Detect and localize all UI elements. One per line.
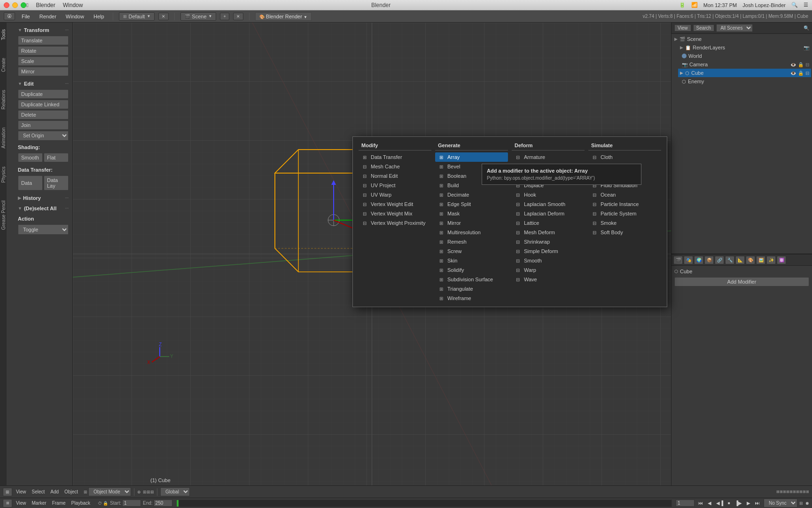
outliner-item-world[interactable]: World [678,52,811,60]
mod-triangulate[interactable]: ⊞Triangulate [435,284,508,294]
mod-cloth[interactable]: ⊟Cloth [588,152,661,162]
add-modifier-btn[interactable]: Add Modifier [674,277,809,286]
timeline-marker-btn[interactable]: Marker [30,500,48,507]
mod-smoke[interactable]: ⊟Smoke [588,218,661,228]
mod-edge-split[interactable]: ⊞Edge Split [435,199,508,209]
mod-vertex-weight-proximity[interactable]: ⊟Vertex Weight Proximity [359,218,431,228]
timeline-frame-btn[interactable]: Frame [50,500,68,507]
mod-multiresolution[interactable]: ⊞Multiresolution [435,228,508,237]
mod-mirror[interactable]: ⊞Mirror [435,218,508,228]
search-icon[interactable]: 🔍 [791,2,798,8]
physics-prop-btn[interactable]: ⚛️ [777,256,786,264]
particles-prop-btn[interactable]: ✨ [766,256,776,264]
material-prop-btn[interactable]: 🎨 [746,256,755,264]
action-toggle-dropdown[interactable]: Toggle [18,224,69,235]
apple-menu[interactable]:  [26,2,28,8]
mod-laplacian-smooth[interactable]: ⊟Laplacian Smooth [512,199,585,209]
flat-btn[interactable]: Flat [44,153,69,162]
delete-btn[interactable]: Delete [18,110,69,119]
screen-fullscreen-btn[interactable]: ✕ [158,13,169,20]
select-menu-btn[interactable]: Select [30,488,47,495]
mod-armature[interactable]: ⊟Armature [512,152,585,162]
mode-dropdown[interactable]: Object Mode [88,487,131,496]
outliner-item-renderlayers[interactable]: ▶ 📋 RenderLayers 📷 [678,43,811,52]
start-input[interactable] [122,500,141,507]
next-frame-btn[interactable]: ▶ [745,500,752,507]
animation-tab[interactable]: Animation [0,126,7,150]
rotate-btn[interactable]: Rotate [18,46,69,56]
minimize-button[interactable] [12,2,18,8]
maximize-button[interactable] [21,2,26,8]
view-btn[interactable]: View [674,24,691,32]
outliner-item-scene[interactable]: ▶ 🎬 Scene [672,35,811,43]
global-dropdown[interactable]: Global [160,487,190,496]
scene-prop-btn[interactable]: 🎭 [684,256,693,264]
duplicate-linked-btn[interactable]: Duplicate Linked [18,100,69,109]
constraint-prop-btn[interactable]: 🔗 [715,256,724,264]
join-btn[interactable]: Join [18,120,69,130]
tools-tab[interactable]: Tools [0,27,7,42]
modifier-prop-btn[interactable]: 🔧 [725,256,734,264]
prev-frame-btn[interactable]: ◀ [706,500,713,507]
grease-pencil-tab[interactable]: Grease Pencil [0,198,7,232]
mod-vertex-weight-mix[interactable]: ⊟Vertex Weight Mix [359,209,431,218]
timeline-view-btn[interactable]: View [14,500,28,507]
layout-dropdown[interactable]: ⊞ Default ▼ [119,12,155,21]
render-menu[interactable]: Render [37,13,59,20]
mod-ocean[interactable]: ⊟Ocean [588,190,661,199]
mod-skin[interactable]: ⊞Skin [435,256,508,265]
translate-btn[interactable]: Translate [18,36,69,45]
skip-forward-btn[interactable]: ⏭ [753,500,762,507]
mod-smooth[interactable]: ⊟Smooth [512,256,585,265]
mod-simple-deform[interactable]: ⊟Simple Deform [512,246,585,256]
mod-remesh[interactable]: ⊞Remesh [435,237,508,246]
help-menu[interactable]: Help [91,13,107,20]
window-menu-info[interactable]: Window [63,13,87,20]
outliner-item-camera[interactable]: 📷 Camera 👁️ 🔒 ⊟ [678,60,811,69]
mod-particle-system[interactable]: ⊟Particle System [588,209,661,218]
notification-icon[interactable]: ☰ [804,2,808,8]
mod-warp[interactable]: ⊟Warp [512,265,585,275]
mod-vertex-weight-edit[interactable]: ⊟Vertex Weight Edit [359,199,431,209]
play-btn[interactable]: ▐▶ [733,500,744,507]
mod-laplacian-deform[interactable]: ⊟Laplacian Deform [512,209,585,218]
mod-particle-instance[interactable]: ⊟Particle Instance [588,199,661,209]
stop-btn[interactable]: ■ [726,500,732,507]
object-menu-btn[interactable]: Object [62,488,80,495]
mod-mesh-deform[interactable]: ⊟Mesh Deform [512,228,585,237]
scene-del-btn[interactable]: ✕ [233,13,243,20]
sync-dropdown[interactable]: No Sync [764,499,797,508]
data-btn[interactable]: Data [18,175,43,190]
world-prop-btn[interactable]: 🌍 [694,256,703,264]
window-menu[interactable]: Window [63,2,83,8]
mod-uv-warp[interactable]: ⊟UV Warp [359,190,431,199]
add-menu-btn[interactable]: Add [48,488,61,495]
create-tab[interactable]: Create [0,56,7,74]
relations-tab[interactable]: Relations [0,88,7,111]
mod-lattice[interactable]: ⊟Lattice [512,218,585,228]
end-input[interactable] [154,500,172,507]
mod-data-transfer[interactable]: ⊞Data Transfer [359,152,431,162]
mod-array[interactable]: ⊞Array [435,152,508,162]
file-menu[interactable]: File [19,13,33,20]
mod-shrinkwrap[interactable]: ⊟Shrinkwrap [512,237,585,246]
scene-dropdown[interactable]: 🎬 Scene ▼ [180,12,216,21]
mod-uv-project[interactable]: ⊟UV Project [359,181,431,190]
object-prop-btn[interactable]: 📦 [704,256,714,264]
scene-add-btn[interactable]: + [220,13,229,20]
outliner-item-enemy[interactable]: ⬡ Enemy [678,77,811,86]
render-engine-dropdown[interactable]: 🎨 Blender Render ▼ [255,12,312,21]
mod-wave[interactable]: ⊟Wave [512,275,585,284]
timeline-playback-btn[interactable]: Playback [70,500,93,507]
timeline-icon-btn[interactable]: ⊞ [3,499,12,508]
vp-icon-btn[interactable]: ⊞ [3,488,12,496]
mod-decimate[interactable]: ⊞Decimate [435,190,508,199]
all-scenes-dropdown[interactable]: All Scenes [716,24,753,32]
physics-tab[interactable]: Physics [0,165,7,184]
data-lay-btn[interactable]: Data Lay [44,175,69,190]
mirror-btn[interactable]: Mirror [18,67,69,76]
play-back-btn[interactable]: ◀▐ [714,500,725,507]
mod-soft-body[interactable]: ⊟Soft Body [588,228,661,237]
outliner-item-cube[interactable]: ▶ ⬡ Cube 👁️ 🔒 ⊟ [678,69,811,77]
mod-subdivision[interactable]: ⊞Subdivision Surface [435,275,508,284]
